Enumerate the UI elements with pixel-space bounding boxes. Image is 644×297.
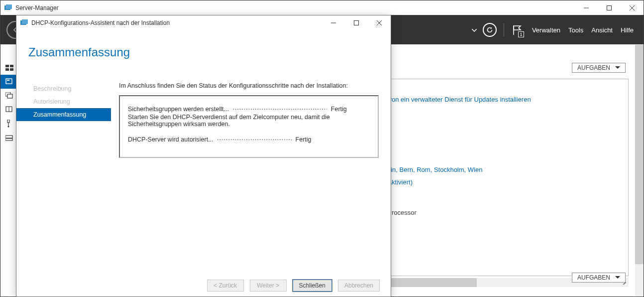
menu-hilfe[interactable]: Hilfe bbox=[621, 26, 634, 34]
dialog-titlebar: DHCP-Konfigurations-Assistent nach der I… bbox=[16, 15, 391, 30]
result-text: DHCP-Server wird autorisiert... bbox=[128, 136, 214, 143]
notifications-count: 1 bbox=[518, 31, 524, 37]
svg-rect-14 bbox=[7, 94, 12, 98]
svg-rect-12 bbox=[7, 80, 9, 81]
v-scrollbar[interactable] bbox=[635, 45, 644, 297]
cancel-button: Abbrechen bbox=[338, 280, 380, 292]
minimize-button[interactable] bbox=[575, 0, 598, 15]
dialog-heading: Zusammenfassung bbox=[28, 45, 391, 59]
svg-rect-20 bbox=[5, 136, 12, 138]
app-icon bbox=[20, 19, 28, 26]
next-button: Weiter > bbox=[250, 280, 287, 292]
wizard-intro: Im Anschluss finden Sie den Status der K… bbox=[119, 82, 379, 89]
svg-rect-1 bbox=[6, 4, 12, 9]
wizard-steps: Beschreibung Autorisierung Zusammenfassu… bbox=[16, 70, 111, 274]
svg-rect-7 bbox=[5, 65, 9, 67]
menu-ansicht[interactable]: Ansicht bbox=[591, 26, 613, 34]
tasks-label: AUFGABEN bbox=[577, 64, 610, 71]
wizard-content: Im Anschluss finden Sie den Status der K… bbox=[111, 70, 391, 274]
app-icon bbox=[4, 4, 12, 11]
dialog-close-button[interactable] bbox=[368, 15, 391, 30]
main-menu: Verwalten Tools Ansicht Hilfe bbox=[532, 26, 634, 34]
svg-rect-23 bbox=[22, 19, 28, 24]
close-button[interactable]: Schließen bbox=[293, 280, 332, 292]
result-status: Fertig bbox=[331, 106, 347, 113]
dialog-maximize-button[interactable] bbox=[345, 15, 368, 30]
dhcp-config-dialog: DHCP-Konfigurations-Assistent nach der I… bbox=[16, 15, 391, 297]
wizard-step-autorisierung[interactable]: Autorisierung bbox=[16, 95, 111, 108]
result-line: Starten Sie den DHCP-Serverdienst auf de… bbox=[128, 114, 370, 128]
menu-verwalten[interactable]: Verwalten bbox=[532, 26, 560, 34]
svg-rect-21 bbox=[5, 139, 12, 141]
dialog-buttons: < Zurück Weiter > Schließen Abbrechen bbox=[16, 280, 391, 292]
dialog-body: Beschreibung Autorisierung Zusammenfassu… bbox=[16, 70, 391, 274]
result-line: Sicherheitsgruppen werden erstellt... ..… bbox=[128, 104, 370, 113]
notifications-flag[interactable]: 1 bbox=[509, 22, 524, 37]
result-status: Fertig bbox=[296, 136, 312, 143]
svg-point-19 bbox=[7, 126, 9, 127]
toolbar-divider bbox=[504, 23, 504, 36]
svg-rect-25 bbox=[354, 21, 359, 25]
wizard-step-zusammenfassung[interactable]: Zusammenfassung bbox=[16, 108, 111, 121]
svg-rect-3 bbox=[607, 5, 612, 10]
result-line: DHCP-Server wird autorisiert... ........… bbox=[128, 135, 370, 143]
toolbar-right: 1 Verwalten Tools Ansicht Hilfe bbox=[468, 22, 644, 37]
dots: ........................................… bbox=[232, 104, 327, 111]
dots: ........................................… bbox=[217, 135, 292, 142]
chevron-down-icon bbox=[615, 66, 620, 69]
tasks-label: AUFGABEN bbox=[577, 274, 610, 281]
back-button: < Zurück bbox=[207, 280, 244, 292]
tasks-dropdown-bottom[interactable]: AUFGABEN bbox=[572, 273, 626, 283]
svg-rect-17 bbox=[7, 120, 9, 123]
dialog-title: DHCP-Konfigurations-Assistent nach der I… bbox=[31, 19, 322, 26]
chevron-down-icon[interactable] bbox=[472, 26, 477, 33]
result-box: Sicherheitsgruppen werden erstellt... ..… bbox=[119, 95, 379, 158]
menu-tools[interactable]: Tools bbox=[568, 26, 583, 34]
svg-rect-9 bbox=[5, 68, 9, 71]
main-title: Server-Manager bbox=[15, 4, 575, 11]
svg-rect-11 bbox=[6, 79, 12, 84]
close-button[interactable] bbox=[621, 0, 644, 15]
v-scroll-thumb[interactable] bbox=[635, 45, 644, 264]
refresh-button[interactable] bbox=[483, 23, 497, 37]
dialog-minimize-button[interactable] bbox=[322, 15, 345, 30]
maximize-button[interactable] bbox=[598, 0, 621, 15]
main-titlebar: Server-Manager bbox=[0, 0, 644, 15]
result-text: Sicherheitsgruppen werden erstellt... bbox=[128, 106, 229, 113]
svg-rect-8 bbox=[10, 65, 13, 67]
wizard-step-beschreibung[interactable]: Beschreibung bbox=[16, 82, 111, 95]
svg-rect-10 bbox=[10, 68, 13, 71]
chevron-down-icon bbox=[615, 276, 620, 279]
tasks-dropdown-top[interactable]: AUFGABEN bbox=[572, 63, 626, 73]
